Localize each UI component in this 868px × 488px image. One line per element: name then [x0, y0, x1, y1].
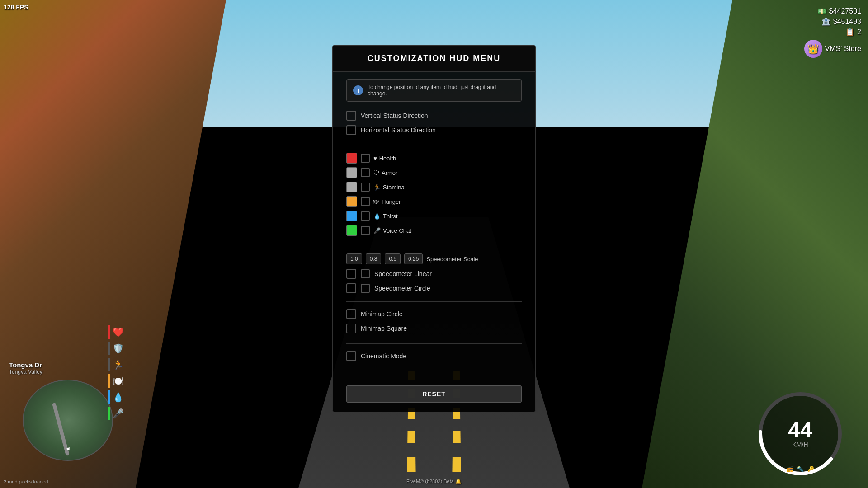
stamina-icon: 🏃: [113, 359, 124, 370]
health-color-swatch[interactable]: [346, 153, 357, 164]
stamina-bar-line: [108, 358, 110, 371]
cash-value: $4427501: [829, 7, 861, 15]
divider-3: [346, 301, 522, 302]
bank-display: 🏦 $451493: [821, 17, 861, 26]
status-direction-section: Vertical Status Direction Horizontal Sta…: [346, 111, 522, 135]
cinematic-label: Cinematic Mode: [361, 352, 406, 360]
version-text: FiveM® (b2802) Beta 🔔: [406, 479, 462, 484]
stamina-checkbox[interactable]: [361, 183, 370, 192]
voice-icon: 🎤: [113, 408, 124, 419]
thirst-checkbox[interactable]: [361, 211, 370, 221]
hunger-bar-line: [108, 374, 110, 388]
voice-bar: 🎤: [108, 407, 124, 420]
thirst-label: 💧 Thirst: [373, 213, 398, 220]
modal-body: i To change position of any item of hud,…: [333, 72, 535, 378]
voice-mic-icon: 🎤: [373, 227, 381, 234]
speedometer-circle-checkbox1[interactable]: [346, 283, 356, 293]
status-bars: ❤️ 🛡️ 🏃 🍽️ 💧 🎤: [108, 325, 124, 420]
speedo-icon2: 🔦: [797, 466, 804, 472]
hud-item-health: ♥ Health: [346, 153, 522, 164]
thirst-drop-icon: 💧: [373, 213, 381, 220]
cash-display: 💵 $4427501: [817, 7, 861, 15]
location-region: Tongva Valley: [9, 369, 42, 375]
divider-4: [346, 343, 522, 344]
minimap-circle-row: Minimap Circle: [346, 309, 522, 319]
armor-label: 🛡 Armor: [373, 169, 397, 176]
top-right-hud: 💵 $4427501 🏦 $451493 📋 2 👑 VMS' Store: [804, 7, 861, 58]
voice-color-swatch[interactable]: [346, 225, 357, 236]
thirst-bar-line: [108, 390, 110, 404]
vertical-status-label: Vertical Status Direction: [361, 112, 428, 119]
mod-loaded-text: 2 mod packs loaded: [4, 479, 48, 484]
divider-2: [346, 246, 522, 246]
armor-bar-line: [108, 342, 110, 355]
scale-row: 1.0 0.8 0.5 0.25 Speedometer Scale: [346, 253, 522, 264]
minimap-square-checkbox[interactable]: [346, 324, 356, 333]
armor-shield-icon: 🛡: [373, 169, 379, 176]
hunger-label: 🍽 Hunger: [373, 198, 401, 205]
hunger-checkbox[interactable]: [361, 197, 370, 206]
vertical-status-checkbox[interactable]: [346, 111, 356, 121]
badge-display: 📋 2: [845, 28, 861, 36]
bank-value: $451493: [833, 18, 861, 26]
stamina-bar: 🏃: [108, 358, 124, 371]
speed-value: 44: [788, 419, 812, 441]
hunger-bar: 🍽️: [108, 374, 124, 388]
scale-btn-2[interactable]: 0.8: [366, 253, 382, 264]
scale-btn-4[interactable]: 0.25: [404, 253, 423, 264]
speedometer: 44 KM/H 📻 🔦 🔑: [755, 389, 845, 479]
hud-items-section: ♥ Health 🛡 Armor 🏃 Stamina: [346, 153, 522, 236]
divider-1: [346, 145, 522, 145]
minimap-circle-checkbox[interactable]: [346, 309, 356, 319]
cash-icon: 💵: [817, 7, 826, 15]
speedometer-linear-row: Speedometer Linear: [346, 269, 522, 279]
horizontal-status-label: Horizontal Status Direction: [361, 127, 436, 134]
hunger-color-swatch[interactable]: [346, 196, 357, 207]
hud-item-stamina: 🏃 Stamina: [346, 182, 522, 192]
customization-modal: CUSTOMIZATION HUD MENU i To change posit…: [332, 45, 536, 412]
armor-color-swatch[interactable]: [346, 167, 357, 178]
speedometer-linear-checkbox2[interactable]: [361, 269, 370, 278]
minimap-square-label: Minimap Square: [361, 325, 407, 332]
speedometer-scale-section: 1.0 0.8 0.5 0.25 Speedometer Scale Speed…: [346, 253, 522, 293]
modal-header: CUSTOMIZATION HUD MENU: [333, 46, 535, 72]
speedo-icon3: 🔑: [807, 466, 814, 472]
stamina-label: 🏃 Stamina: [373, 184, 405, 191]
voice-bar-line: [108, 407, 110, 420]
speedometer-scale-label: Speedometer Scale: [426, 256, 478, 263]
minimap-section: Minimap Circle Minimap Square: [346, 309, 522, 333]
health-checkbox[interactable]: [361, 154, 370, 163]
hunger-food-icon: 🍽: [373, 198, 379, 205]
stamina-run-icon: 🏃: [373, 184, 381, 191]
speedometer-circle-checkbox2[interactable]: [361, 284, 370, 293]
health-bar-line: [108, 325, 110, 339]
horizontal-status-row: Horizontal Status Direction: [346, 125, 522, 135]
modal-title: CUSTOMIZATION HUD MENU: [342, 54, 526, 63]
info-icon: i: [353, 85, 363, 95]
voice-checkbox[interactable]: [361, 226, 370, 235]
speedometer-linear-checkbox1[interactable]: [346, 269, 356, 279]
location-street: Tongva Dr: [9, 361, 42, 369]
voice-label: 🎤 Voice Chat: [373, 227, 411, 234]
horizontal-status-checkbox[interactable]: [346, 125, 356, 135]
cinematic-checkbox[interactable]: [346, 351, 356, 361]
vms-store-button[interactable]: 👑 VMS' Store: [804, 40, 861, 58]
reset-button[interactable]: RESET: [346, 385, 522, 403]
armor-checkbox[interactable]: [361, 168, 370, 177]
badge-count: 2: [857, 28, 861, 36]
vertical-status-row: Vertical Status Direction: [346, 111, 522, 121]
stamina-color-swatch[interactable]: [346, 182, 357, 192]
crown-icon: 👑: [804, 40, 822, 58]
health-bar: ❤️: [108, 325, 124, 339]
thirst-icon: 💧: [113, 392, 124, 403]
thirst-bar: 💧: [108, 390, 124, 404]
health-icon: ❤️: [113, 327, 124, 338]
scale-btn-3[interactable]: 0.5: [385, 253, 401, 264]
health-heart-icon: ♥: [373, 155, 377, 162]
minimap-circle-label: Minimap Circle: [361, 310, 403, 318]
thirst-color-swatch[interactable]: [346, 211, 357, 221]
scale-btn-1[interactable]: 1.0: [346, 253, 362, 264]
hud-item-voice-chat: 🎤 Voice Chat: [346, 225, 522, 236]
fps-counter: 128 FPS: [4, 4, 28, 11]
hud-item-thirst: 💧 Thirst: [346, 211, 522, 221]
